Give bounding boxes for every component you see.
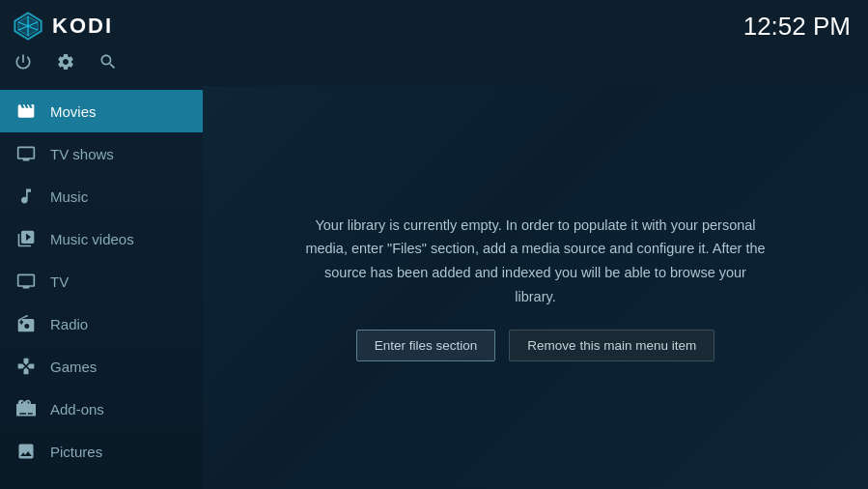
tv-shows-icon bbox=[15, 143, 37, 164]
tv-icon bbox=[15, 271, 37, 292]
sidebar-item-music[interactable]: Music bbox=[0, 175, 203, 217]
clock-display: 12:52 PM bbox=[743, 12, 851, 42]
main-layout: Movies TV shows Music bbox=[0, 86, 868, 489]
radio-icon bbox=[15, 313, 37, 334]
sidebar-label-games: Games bbox=[50, 359, 97, 375]
sidebar-label-tv-shows: TV shows bbox=[50, 146, 114, 162]
sidebar-item-tv[interactable]: TV bbox=[0, 260, 203, 302]
sidebar: Movies TV shows Music bbox=[0, 86, 203, 489]
pictures-icon bbox=[15, 441, 37, 462]
add-ons-icon bbox=[15, 398, 37, 419]
logo-area: KODI bbox=[12, 10, 113, 43]
app-title: KODI bbox=[52, 14, 113, 39]
content-area: Your library is currently empty. In orde… bbox=[203, 86, 868, 489]
search-icon[interactable] bbox=[98, 52, 118, 76]
sidebar-label-movies: Movies bbox=[50, 103, 97, 120]
movies-icon bbox=[15, 101, 37, 122]
sidebar-item-tv-shows[interactable]: TV shows bbox=[0, 132, 203, 175]
sidebar-label-tv: TV bbox=[50, 273, 69, 290]
sidebar-item-radio[interactable]: Radio bbox=[0, 302, 203, 345]
sidebar-label-music: Music bbox=[50, 188, 88, 205]
sidebar-item-pictures[interactable]: Pictures bbox=[0, 430, 203, 473]
sidebar-item-games[interactable]: Games bbox=[0, 345, 203, 388]
music-videos-icon bbox=[15, 228, 37, 249]
settings-icon[interactable] bbox=[56, 52, 75, 76]
empty-library-box: Your library is currently empty. In orde… bbox=[285, 194, 787, 382]
top-icon-bar bbox=[0, 48, 868, 86]
games-icon bbox=[15, 356, 37, 377]
empty-library-message: Your library is currently empty. In orde… bbox=[304, 214, 768, 309]
remove-main-menu-item-button[interactable]: Remove this main menu item bbox=[509, 330, 714, 361]
sidebar-label-radio: Radio bbox=[50, 316, 88, 332]
sidebar-item-add-ons[interactable]: Add-ons bbox=[0, 388, 203, 430]
sidebar-label-pictures: Pictures bbox=[50, 444, 102, 460]
sidebar-label-add-ons: Add-ons bbox=[50, 401, 104, 417]
sidebar-item-music-videos[interactable]: Music videos bbox=[0, 217, 203, 260]
power-icon[interactable] bbox=[14, 52, 33, 76]
sidebar-label-music-videos: Music videos bbox=[50, 231, 134, 247]
button-row: Enter files section Remove this main men… bbox=[304, 330, 768, 361]
enter-files-section-button[interactable]: Enter files section bbox=[356, 330, 496, 361]
sidebar-item-movies[interactable]: Movies bbox=[0, 90, 203, 132]
music-icon bbox=[15, 186, 37, 207]
header: KODI 12:52 PM bbox=[0, 0, 868, 48]
kodi-logo-icon bbox=[12, 10, 44, 43]
